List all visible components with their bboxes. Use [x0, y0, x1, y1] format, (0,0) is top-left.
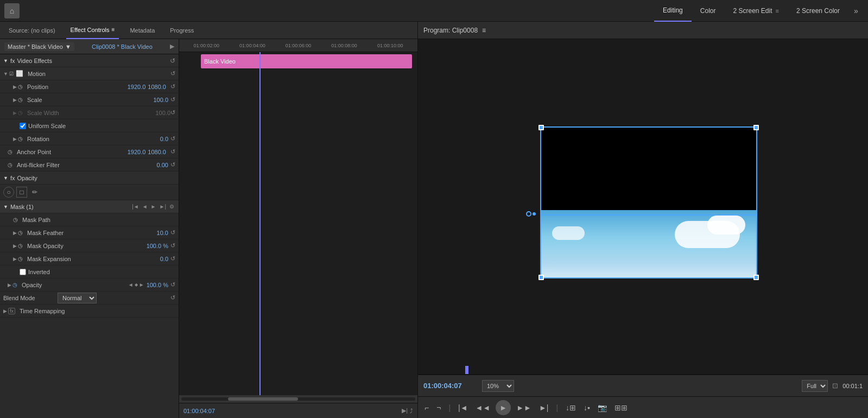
position-expand-icon[interactable]: ▶ — [13, 84, 17, 90]
tab-progress[interactable]: Progress — [166, 22, 198, 39]
anti-flicker-value[interactable]: 0.00 — [157, 162, 168, 168]
multi-cam-button[interactable]: ⊞⊞ — [612, 402, 630, 413]
anchor-reset-icon[interactable]: ↺ — [170, 148, 175, 155]
mask-nav-next-next[interactable]: ►| — [159, 204, 168, 210]
tab-editing[interactable]: Editing — [654, 0, 692, 22]
monitor-zoom-select[interactable]: 10% 25% 50% 75% 100% Fit — [482, 380, 514, 392]
opacity-stopwatch-icon[interactable]: ◷ — [12, 282, 17, 288]
tab-2screen-edit[interactable]: 2 Screen Edit ≡ — [724, 0, 787, 22]
uniform-scale-checkbox[interactable] — [20, 123, 26, 129]
rotation-expand-icon[interactable]: ▶ — [13, 136, 17, 142]
clip-name-label[interactable]: Clip0008 * Black Video — [92, 43, 153, 50]
position-reset-icon[interactable]: ↺ — [170, 83, 175, 90]
timeline-content[interactable]: Black Video — [179, 52, 417, 395]
motion-expand-icon[interactable]: ▼ — [3, 71, 8, 77]
opacity-value[interactable]: 100.0 % — [147, 282, 168, 288]
send-to-sequence-icon[interactable]: ▶ — [170, 43, 174, 50]
clip-block-black-video[interactable]: Black Video — [201, 54, 412, 68]
motion-reset-icon[interactable]: ↺ — [170, 70, 175, 77]
safe-margin-icon[interactable]: ⊡ — [832, 382, 838, 390]
step-back-button[interactable]: ◄◄ — [473, 402, 493, 413]
anchor-x-value[interactable]: 1920.0 — [128, 149, 146, 155]
mask-opacity-reset-icon[interactable]: ↺ — [170, 242, 175, 249]
go-to-out-button[interactable]: ►| — [537, 402, 551, 413]
mask-nav-prev-prev[interactable]: |◄ — [131, 204, 140, 210]
anti-flicker-reset-icon[interactable]: ↺ — [170, 161, 175, 168]
mask-feather-stopwatch-icon[interactable]: ◷ — [18, 230, 23, 236]
position-y-value[interactable]: 1080.0 — [148, 84, 166, 90]
rotation-value[interactable]: 0.0 — [160, 136, 168, 142]
tab-2screen-color[interactable]: 2 Screen Color — [788, 0, 848, 22]
anti-flicker-stopwatch-icon[interactable]: ◷ — [8, 162, 12, 168]
time-remap-expand[interactable]: ▶ — [3, 308, 7, 314]
inverted-checkbox[interactable] — [20, 269, 26, 275]
more-workspaces-button[interactable]: » — [848, 3, 864, 18]
fit-sequence-icon[interactable]: ▶| — [402, 407, 408, 414]
monitor-resolution-select[interactable]: Full 1/2 1/4 1/8 — [802, 380, 828, 392]
mask-expansion-value[interactable]: 0.0 — [160, 256, 168, 262]
scale-stopwatch-icon[interactable]: ◷ — [18, 97, 23, 103]
opacity-collapse-icon[interactable]: ▼ — [3, 175, 8, 181]
play-button[interactable]: ► — [496, 400, 511, 415]
mask-control-point-left[interactable] — [526, 211, 536, 217]
tab-color[interactable]: Color — [692, 0, 725, 22]
tab-source[interactable]: Source: (no clips) — [4, 22, 60, 39]
opacity-nav-right[interactable]: ► — [139, 282, 144, 288]
mask-opacity-value[interactable]: 100.0 % — [147, 243, 168, 249]
mask-handle-tl[interactable] — [538, 125, 544, 130]
mask-nav-prev[interactable]: ◄ — [141, 204, 149, 210]
tab-effect-controls[interactable]: Effect Controls ≡ — [66, 22, 119, 39]
step-forward-button[interactable]: ►► — [514, 402, 534, 413]
collapse-icon[interactable]: ▼ — [3, 58, 8, 64]
mask-handle-bl[interactable] — [538, 275, 544, 280]
mask-settings-icon[interactable]: ⚙ — [168, 204, 175, 210]
mask-expansion-reset-icon[interactable]: ↺ — [170, 255, 175, 262]
mask-opacity-stopwatch-icon[interactable]: ◷ — [18, 243, 23, 249]
scale-reset-icon[interactable]: ↺ — [170, 96, 175, 103]
tab-metadata[interactable]: Metadata — [125, 22, 159, 39]
reset-video-effects-icon[interactable]: ↺ — [170, 57, 175, 65]
opacity-reset-icon[interactable]: ↺ — [170, 281, 175, 288]
master-clip-selector[interactable]: Master * Black Video ▼ — [4, 42, 74, 51]
mask-expansion-expand[interactable]: ▶ — [13, 256, 17, 262]
rotation-reset-icon[interactable]: ↺ — [170, 135, 175, 142]
rectangle-mask-tool[interactable]: □ — [16, 187, 27, 198]
effect-controls-menu-icon[interactable]: ≡ — [112, 27, 115, 33]
scrollbar-thumb[interactable] — [228, 397, 298, 401]
insert-button[interactable]: ↓⊞ — [563, 402, 578, 413]
mask-nav-next[interactable]: ► — [150, 204, 157, 210]
opacity-keyframe-icon[interactable]: ◆ — [135, 282, 138, 287]
mask-feather-value[interactable]: 10.0 — [157, 230, 168, 236]
mark-in-button[interactable]: ⌐ — [422, 402, 431, 413]
monitor-timebar[interactable] — [418, 366, 868, 375]
blend-mode-select[interactable]: Normal Dissolve Darken Multiply Screen O… — [58, 293, 97, 303]
pen-mask-tool[interactable]: ✏ — [29, 187, 40, 198]
mask-feather-expand[interactable]: ▶ — [13, 230, 17, 236]
scale-expand-icon[interactable]: ▶ — [13, 97, 17, 103]
scale-width-expand-icon[interactable]: ▶ — [13, 110, 17, 116]
home-icon[interactable]: ⌂ — [4, 3, 20, 18]
position-x-value[interactable]: 1920.0 — [128, 84, 146, 90]
anchor-y-value[interactable]: 1080.0 — [148, 149, 166, 155]
mask-path-stopwatch-icon[interactable]: ◷ — [13, 217, 18, 223]
mask-expansion-stopwatch-icon[interactable]: ◷ — [18, 256, 23, 262]
send-frame-icon[interactable]: ⤴ — [410, 408, 413, 414]
monitor-menu-icon[interactable]: ≡ — [482, 27, 486, 34]
position-stopwatch-icon[interactable]: ◷ — [18, 84, 23, 90]
ellipse-mask-tool[interactable]: ○ — [3, 187, 14, 198]
opacity-expand[interactable]: ▶ — [8, 282, 11, 288]
export-frame-button[interactable]: 📷 — [595, 402, 609, 413]
rotation-stopwatch-icon[interactable]: ◷ — [18, 136, 23, 142]
motion-fx-toggle[interactable]: ☑ — [9, 71, 14, 77]
scale-width-stopwatch-icon[interactable]: ◷ — [18, 110, 23, 116]
overwrite-button[interactable]: ↓▪ — [581, 402, 592, 413]
go-to-in-button[interactable]: |◄ — [456, 402, 470, 413]
scale-width-reset-icon[interactable]: ↺ — [170, 109, 175, 116]
mask-handle-tr[interactable] — [753, 125, 759, 130]
timeline-scrollbar[interactable] — [179, 395, 417, 403]
mark-out-button[interactable]: ¬ — [434, 402, 443, 413]
anchor-stopwatch-icon[interactable]: ◷ — [8, 149, 12, 155]
monitor-timecode[interactable]: 01:00:04:07 — [423, 382, 478, 390]
blend-mode-reset-icon[interactable]: ↺ — [170, 294, 175, 301]
mask-feather-reset-icon[interactable]: ↺ — [170, 229, 175, 236]
